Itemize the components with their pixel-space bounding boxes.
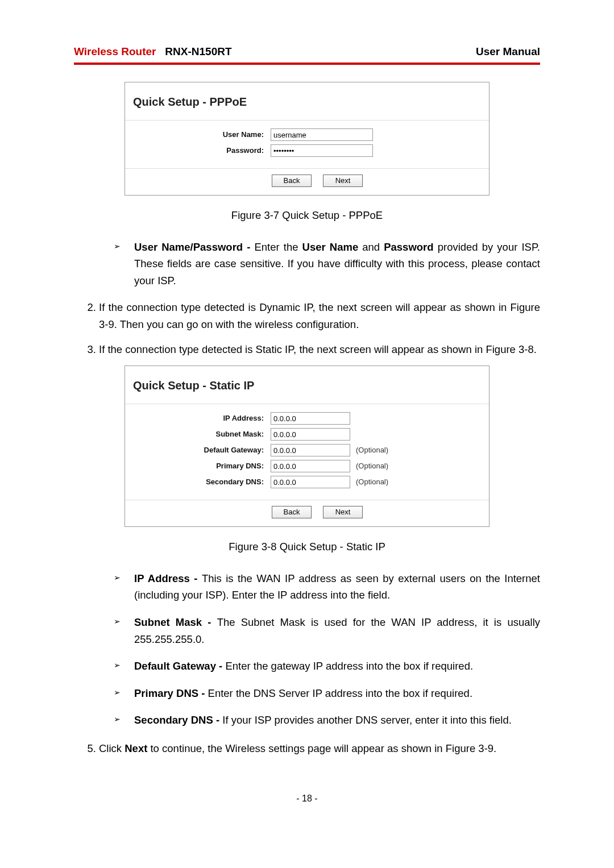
- static-input[interactable]: [271, 444, 350, 456]
- term: User Name/Password -: [134, 241, 254, 253]
- bullet-text: Enter the gateway IP address into the bo…: [225, 660, 473, 672]
- static-label: IP Address:: [133, 413, 271, 425]
- header-left: Wireless Router RNX-N150RT: [74, 45, 232, 58]
- static-row: IP Address:: [133, 412, 481, 425]
- bullet-item: IP Address - This is the WAN IP address …: [111, 570, 540, 604]
- bullet-term: Secondary DNS -: [134, 714, 222, 726]
- bullet-item: Subnet Mask - The Subnet Mask is used fo…: [111, 614, 540, 647]
- pppoe-caption: Figure 3-7 Quick Setup - PPPoE: [74, 207, 540, 224]
- pppoe-title: Quick Setup - PPPoE: [125, 82, 489, 121]
- username-input[interactable]: [271, 128, 373, 141]
- bullet-item: Primary DNS - Enter the DNS Server IP ad…: [111, 685, 540, 702]
- static-input[interactable]: [271, 428, 350, 441]
- static-label: Default Gateway:: [133, 445, 271, 456]
- pppoe-panel: Quick Setup - PPPoE User Name: Password:…: [125, 82, 489, 196]
- static-input[interactable]: [271, 460, 350, 472]
- model-name: RNX-N150RT: [165, 45, 231, 57]
- username-label: User Name:: [133, 129, 271, 141]
- static-input[interactable]: [271, 476, 350, 488]
- static-title: Quick Setup - Static IP: [125, 366, 489, 404]
- step-5: Click Next to continue, the Wireless set…: [99, 740, 540, 757]
- optional-label: (Optional): [356, 460, 388, 472]
- bullet-text: If your ISP provides another DNS server,…: [222, 714, 512, 726]
- step-3: If the connection type detected is Stati…: [99, 341, 540, 358]
- row-username: User Name:: [133, 128, 481, 141]
- static-caption: Figure 3-8 Quick Setup - Static IP: [74, 538, 540, 555]
- optional-label: (Optional): [356, 445, 388, 456]
- static-back-button[interactable]: Back: [272, 506, 312, 518]
- bullet-term: Primary DNS -: [134, 687, 208, 699]
- static-input[interactable]: [271, 412, 350, 425]
- static-next-button[interactable]: Next: [323, 506, 363, 518]
- pppoe-back-button[interactable]: Back: [272, 175, 312, 187]
- bullet-term: Subnet Mask -: [134, 616, 217, 628]
- bullet-term: IP Address -: [134, 572, 202, 584]
- static-ip-panel: Quick Setup - Static IP IP Address:Subne…: [125, 366, 489, 527]
- row-password: Password:: [133, 144, 481, 157]
- bullet-term: Default Gateway -: [134, 660, 225, 672]
- password-label: Password:: [133, 145, 271, 157]
- page-header: Wireless Router RNX-N150RT User Manual: [74, 45, 540, 58]
- static-label: Subnet Mask:: [133, 429, 271, 441]
- static-row: Subnet Mask:: [133, 428, 481, 441]
- bullet-text: Enter the DNS Server IP address into the…: [208, 687, 472, 699]
- bullet-item: Secondary DNS - If your ISP provides ano…: [111, 712, 540, 729]
- static-row: Default Gateway:(Optional): [133, 444, 481, 456]
- step-2: If the connection type detected is Dynam…: [99, 299, 540, 333]
- static-row: Primary DNS:(Optional): [133, 460, 481, 472]
- pppoe-next-button[interactable]: Next: [323, 175, 363, 187]
- bullet-user-password: User Name/Password - Enter the User Name…: [111, 239, 540, 289]
- static-row: Secondary DNS:(Optional): [133, 476, 481, 488]
- static-label: Secondary DNS:: [133, 476, 271, 488]
- password-input[interactable]: [271, 144, 373, 157]
- brand-name: Wireless Router: [74, 45, 156, 57]
- optional-label: (Optional): [356, 476, 388, 488]
- manual-label: User Manual: [476, 45, 540, 58]
- bullet-item: Default Gateway - Enter the gateway IP a…: [111, 658, 540, 675]
- page-number: - 18 -: [74, 791, 540, 806]
- static-label: Primary DNS:: [133, 460, 271, 472]
